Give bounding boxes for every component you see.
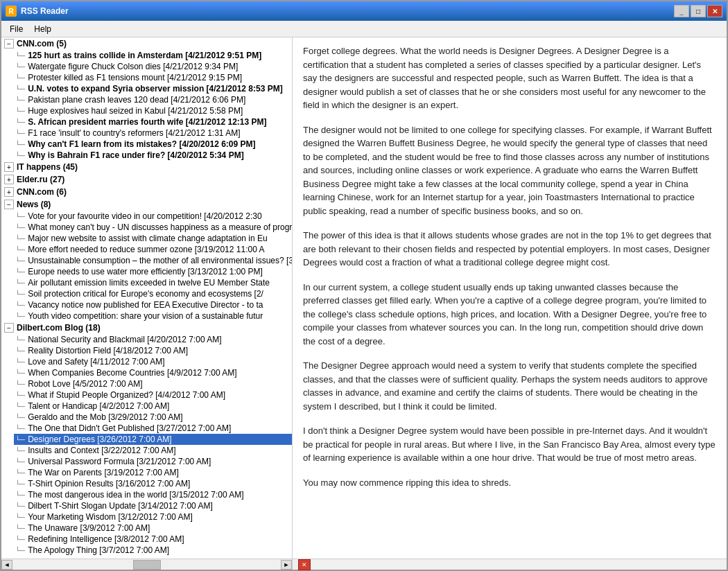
bullet-icon: └─ bbox=[15, 480, 25, 488]
expand-icon[interactable]: + bbox=[4, 187, 14, 197]
sidebar[interactable]: −CNN.com (5)└─125 hurt as trains collide… bbox=[1, 37, 293, 559]
feed-item-label: What money can't buy - UN discusses happ… bbox=[28, 222, 293, 232]
feed-item[interactable]: └─Talent or Handicap [4/2/2012 7:00 AM] bbox=[14, 401, 292, 412]
feed-item[interactable]: └─Why is Bahrain F1 race under fire? [4/… bbox=[14, 150, 292, 161]
feed-item[interactable]: └─F1 race 'insult' to country's reformer… bbox=[14, 128, 292, 139]
feed-item[interactable]: └─The One that Didn't Get Published [3/2… bbox=[14, 423, 292, 434]
feed-title-news: News (8) bbox=[17, 200, 51, 209]
menu-bar: File Help bbox=[1, 21, 727, 37]
feed-item-label: National Security and Blackmail [4/20/20… bbox=[28, 335, 222, 344]
feed-item[interactable]: └─Vote for your favourite video in our c… bbox=[14, 211, 292, 222]
collapse-icon[interactable]: − bbox=[4, 200, 14, 209]
feed-items-news: └─Vote for your favourite video in our c… bbox=[1, 211, 292, 322]
feed-item[interactable]: └─What if Stupid People Organized? [4/4/… bbox=[14, 389, 292, 401]
feed-item[interactable]: └─Reality Distortion Field [4/18/2012 7:… bbox=[14, 345, 292, 356]
feed-item[interactable]: └─Huge explosives haul seized in Kabul [… bbox=[14, 105, 292, 116]
menu-file[interactable]: File bbox=[4, 23, 28, 35]
feed-header-news[interactable]: −News (8) bbox=[1, 198, 292, 211]
scroll-thumb[interactable] bbox=[133, 560, 161, 570]
feed-header-elder[interactable]: +Elder.ru (27) bbox=[1, 173, 292, 186]
feed-item-label: The Apology Thing [3/7/2012 7:00 AM] bbox=[28, 545, 169, 555]
feed-group-ithappens: +IT happens (45) bbox=[1, 161, 292, 173]
feed-item-label: Why is Bahrain F1 race under fire? [4/20… bbox=[28, 150, 243, 160]
bullet-icon: └─ bbox=[15, 96, 25, 104]
feed-item[interactable]: └─Pakistan plane crash leaves 120 dead [… bbox=[14, 94, 292, 105]
feed-item[interactable]: └─Unsustainable consumption – the mother… bbox=[14, 255, 292, 266]
bottom-status-bar: ◄ ► bbox=[1, 559, 727, 570]
bullet-icon: └─ bbox=[15, 141, 25, 148]
feed-header-dilbert[interactable]: −Dilbert.com Blog (18) bbox=[1, 322, 292, 334]
feed-item[interactable]: └─What money can't buy - UN discusses ha… bbox=[14, 222, 292, 233]
feed-header-ithappens[interactable]: +IT happens (45) bbox=[1, 161, 292, 173]
feed-title-elder: Elder.ru (27) bbox=[17, 175, 64, 184]
content-paragraph: You may now commence ripping this idea t… bbox=[303, 476, 716, 490]
feed-item[interactable]: └─Vacancy notice now published for EEA E… bbox=[14, 299, 292, 310]
feed-item[interactable]: └─Air pollutant emission limits exceeded… bbox=[14, 277, 292, 288]
feed-item[interactable]: └─Insults and Context [3/22/2012 7:00 AM… bbox=[14, 445, 292, 456]
collapse-icon[interactable]: − bbox=[4, 323, 14, 333]
feed-header-cnn1[interactable]: −CNN.com (5) bbox=[1, 37, 292, 50]
bullet-icon: └─ bbox=[15, 85, 25, 93]
feed-item[interactable]: └─Watergate figure Chuck Colson dies [4/… bbox=[14, 61, 292, 72]
feed-item[interactable]: └─Redefining Intelligence [3/8/2012 7:00… bbox=[14, 534, 292, 545]
feed-item[interactable]: └─Dilbert T-Shirt Slogan Update [3/14/20… bbox=[14, 500, 292, 511]
feed-item[interactable]: └─When Companies Become Countries [4/9/2… bbox=[14, 367, 292, 378]
scroll-left-arrow[interactable]: ◄ bbox=[1, 560, 12, 570]
feed-item[interactable]: └─T-Shirt Opinion Results [3/16/2012 7:0… bbox=[14, 478, 292, 489]
feed-item[interactable]: └─National Security and Blackmail [4/20/… bbox=[14, 334, 292, 345]
bullet-icon: └─ bbox=[15, 257, 25, 265]
feed-item[interactable]: └─Why can't F1 learn from its mistakes? … bbox=[14, 139, 292, 150]
bullet-icon: └─ bbox=[15, 336, 25, 344]
scroll-right-arrow[interactable]: ► bbox=[281, 560, 292, 570]
bullet-icon: └─ bbox=[15, 246, 25, 254]
feed-item[interactable]: └─Protester killed as F1 tensions mount … bbox=[14, 72, 292, 83]
feed-header-cnn2[interactable]: +CNN.com (6) bbox=[1, 186, 292, 198]
minimize-button[interactable]: _ bbox=[674, 5, 689, 17]
feed-item[interactable]: └─The Apology Thing [3/7/2012 7:00 AM] bbox=[14, 545, 292, 556]
expand-icon[interactable]: + bbox=[4, 175, 14, 184]
feed-item-label: The One that Didn't Get Published [3/27/… bbox=[28, 423, 231, 433]
feed-item[interactable]: └─125 hurt as trains collide in Amsterda… bbox=[14, 50, 292, 61]
feed-item[interactable]: └─Geraldo and the Mob [3/29/2012 7:00 AM… bbox=[14, 412, 292, 423]
feed-item[interactable]: └─Youth video competition: share your vi… bbox=[14, 310, 292, 322]
maximize-button[interactable]: □ bbox=[691, 5, 706, 17]
feed-item[interactable]: └─Love and Safety [4/11/2012 7:00 AM] bbox=[14, 356, 292, 367]
feed-item[interactable]: └─More effort needed to reduce summer oz… bbox=[14, 244, 292, 255]
expand-icon[interactable]: + bbox=[4, 162, 14, 172]
feed-item[interactable]: └─Your Marketing Wisdom [3/12/2012 7:00 … bbox=[14, 511, 292, 522]
bullet-icon: └─ bbox=[15, 301, 25, 309]
feed-item[interactable]: └─The Unaware [3/9/2012 7:00 AM] bbox=[14, 522, 292, 534]
content-area[interactable]: Forget college degrees. What the world n… bbox=[293, 37, 727, 559]
bullet-icon: └─ bbox=[15, 513, 25, 521]
content-paragraph: I don't think a Designer Degree system w… bbox=[303, 424, 716, 465]
feed-group-news: −News (8)└─Vote for your favourite video… bbox=[1, 198, 292, 322]
feed-title-ithappens: IT happens (45) bbox=[17, 162, 78, 172]
feed-item[interactable]: └─Europe needs to use water more efficie… bbox=[14, 266, 292, 277]
feed-item[interactable]: └─Universal Password Formula [3/21/2012 … bbox=[14, 456, 292, 467]
feed-item[interactable]: └─Soil protection critical for Europe's … bbox=[14, 288, 292, 299]
bullet-icon: └─ bbox=[15, 313, 25, 320]
feed-item[interactable]: └─Robot Love [4/5/2012 7:00 AM] bbox=[14, 378, 292, 389]
feed-item-label: Geraldo and the Mob [3/29/2012 7:00 AM] bbox=[28, 412, 183, 422]
feed-item[interactable]: └─The War on Parents [3/19/2012 7:00 AM] bbox=[14, 467, 292, 478]
feed-item[interactable]: └─Major new website to assist with clima… bbox=[14, 233, 292, 244]
menu-help[interactable]: Help bbox=[28, 23, 57, 35]
feed-item-label: 125 hurt as trains collide in Amsterdam … bbox=[28, 51, 261, 60]
content-close-button[interactable] bbox=[298, 559, 311, 570]
close-button[interactable]: ✕ bbox=[707, 5, 722, 17]
collapse-icon[interactable]: − bbox=[4, 39, 14, 49]
bullet-icon: └─ bbox=[15, 290, 25, 298]
bullet-icon: └─ bbox=[15, 403, 25, 410]
bullet-icon: └─ bbox=[15, 525, 25, 532]
window-title: RSS Reader bbox=[21, 6, 69, 16]
bullet-icon: └─ bbox=[15, 469, 25, 477]
main-area: −CNN.com (5)└─125 hurt as trains collide… bbox=[1, 37, 727, 559]
feed-item[interactable]: └─The most dangerous idea in the world [… bbox=[14, 489, 292, 500]
title-bar: R RSS Reader _ □ ✕ bbox=[1, 1, 727, 21]
content-paragraph: The Designer Degree approach would need … bbox=[303, 359, 716, 413]
feed-item-label: Protester killed as F1 tensions mount [4… bbox=[28, 73, 242, 82]
feed-item[interactable]: └─S. African president marries fourth wi… bbox=[14, 116, 292, 128]
feed-item[interactable]: └─U.N. votes to expand Syria observer mi… bbox=[14, 83, 292, 94]
feed-item-label: Reality Distortion Field [4/18/2012 7:00… bbox=[28, 346, 188, 355]
feed-item[interactable]: └─Designer Degrees [3/26/2012 7:00 AM] bbox=[14, 434, 292, 445]
